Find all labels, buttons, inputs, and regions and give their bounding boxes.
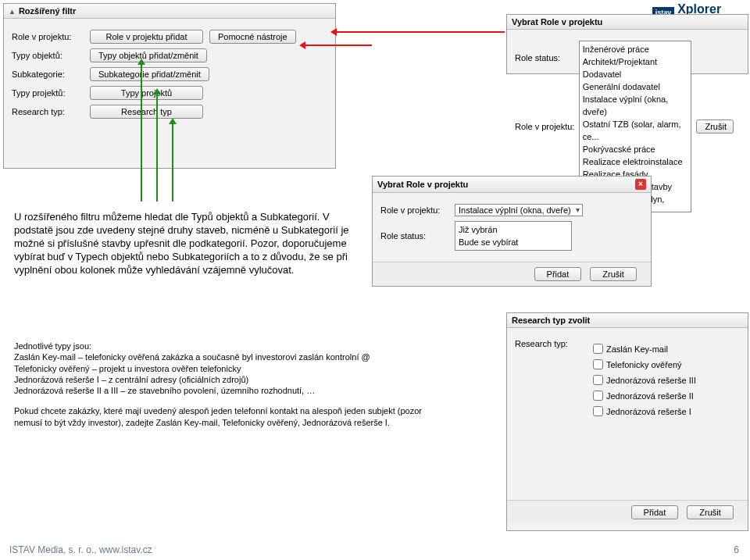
status-dropdown[interactable]: Již vybrán Bude se vybírat <box>455 221 572 251</box>
arrow-green <box>141 61 142 202</box>
label-role: Role v projektu: <box>12 32 90 41</box>
checkbox[interactable] <box>593 359 603 369</box>
cancel-button[interactable]: Zrušit <box>590 267 637 281</box>
research-type-panel: Research typ zvolit Research typ: Zaslán… <box>506 312 748 531</box>
cancel-button[interactable]: Zrušit <box>696 119 734 134</box>
text-line: Telefonicky ověřený – projekt u investor… <box>14 363 452 374</box>
label-status: Role status: <box>515 53 584 62</box>
arrow-red <box>302 45 372 46</box>
research-type-button[interactable]: Research typ <box>90 105 203 119</box>
description-text-1: U rozšířeného filtru můžeme hledat dle T… <box>14 211 358 276</box>
arrow-green <box>156 91 158 202</box>
row-projtypes: Typy projektů: Typy projektů <box>12 86 327 100</box>
list-item[interactable]: Již vybrán <box>459 223 568 236</box>
check-item[interactable]: Jednorázová rešerše I <box>590 404 709 419</box>
page-number: 6 <box>734 544 739 555</box>
panel-title: Research typ zvolit <box>512 316 590 325</box>
cancel-button[interactable]: Zrušit <box>687 505 734 519</box>
checkbox[interactable] <box>593 375 603 385</box>
add-role-button[interactable]: Role v projektu přidat <box>90 30 203 44</box>
role-select[interactable]: Instalace výplní (okna, dveře) <box>455 204 583 216</box>
footer-company: ISTAV Media, s. r. o., www.istav.cz <box>9 544 152 555</box>
label-status: Role status: <box>380 231 455 241</box>
label-research: Research typ: <box>12 107 90 116</box>
list-item[interactable]: Generální dodavatel <box>583 80 688 93</box>
check-label: Jednorázová rešerše II <box>606 390 694 402</box>
text-line: Zaslán Key-mail – telefonicky ověřená za… <box>14 351 452 362</box>
list-item[interactable]: Pokrývacské práce <box>583 143 688 155</box>
label-projtypes: Typy projektů: <box>12 88 90 98</box>
checkbox[interactable] <box>593 344 603 354</box>
list-item[interactable]: Instalace výplní (okna, dveře) <box>583 93 688 118</box>
check-label: Jednorázová rešerše I <box>606 405 691 418</box>
check-item[interactable]: Jednorázová rešerše III <box>590 373 709 387</box>
research-checklist: Zaslán Key-mail Telefonicky ověřený Jedn… <box>587 339 712 421</box>
checkbox[interactable] <box>593 406 603 416</box>
select-role-panel-list: Vybrat Role v projektu Role v projektu: … <box>506 14 748 74</box>
list-item[interactable]: Architekt/Projektant <box>583 55 688 68</box>
check-label: Jednorázová rešerše III <box>606 374 696 387</box>
panel-header[interactable]: Vybrat Role v projektu × <box>373 177 651 193</box>
panel-title: Vybrat Role v projektu <box>377 180 468 189</box>
check-label: Zaslán Key-mail <box>606 343 668 355</box>
label-research: Research typ: <box>515 339 587 348</box>
panel-header[interactable]: Vybrat Role v projektu <box>507 15 748 30</box>
project-types-button[interactable]: Typy projektů <box>90 86 203 100</box>
label-role: Role v projektu: <box>380 205 455 215</box>
row-role: Role v projektu: Role v projektu přidat … <box>12 30 327 44</box>
add-subcat-button[interactable]: Subkategorie přidat/změnit <box>90 67 209 81</box>
check-label: Telefonicky ověřený <box>606 358 682 371</box>
text-line: Jednorázová rešerše II a III – ze staveb… <box>14 385 452 396</box>
text-line: Jednorázová rešerše I – z centrální adre… <box>14 374 452 385</box>
text-line: Pokud chcete zakázky, které mají uvedený… <box>14 405 452 428</box>
add-object-types-button[interactable]: Typy objektů přidat/změnit <box>90 48 207 62</box>
list-item[interactable]: Dodavatel <box>583 68 688 80</box>
panel-header[interactable]: ▲Rozšířený filtr <box>4 4 335 19</box>
arrow-red <box>333 31 505 33</box>
label-subcat: Subkategorie: <box>12 70 90 79</box>
checkbox[interactable] <box>593 391 603 401</box>
collapse-icon[interactable]: ▲ <box>9 8 16 16</box>
panel-header[interactable]: Research typ zvolit <box>507 313 748 328</box>
check-item[interactable]: Jednorázová rešerše II <box>590 388 709 403</box>
arrow-green <box>172 120 173 202</box>
extended-filter-panel: ▲Rozšířený filtr Role v projektu: Role v… <box>3 3 336 169</box>
list-item[interactable]: Bude se vybírat <box>459 236 568 248</box>
list-item[interactable]: Ostatní TZB (solar, alarm, ce... <box>583 118 688 143</box>
panel-title: Rozšířený filtr <box>19 6 76 16</box>
select-role-panel-form: Vybrat Role v projektu × Role v projektu… <box>372 176 652 287</box>
panel-title: Vybrat Role v projektu <box>512 17 602 27</box>
list-item[interactable]: Realizace elektroinstalace <box>583 155 688 168</box>
check-item[interactable]: Zaslán Key-mail <box>590 341 709 356</box>
list-item[interactable]: Inženérové práce <box>583 43 688 55</box>
label-role: Role v projektu: <box>515 122 579 131</box>
close-icon[interactable]: × <box>635 179 646 190</box>
add-button[interactable]: Přidat <box>534 267 581 281</box>
add-button[interactable]: Přidat <box>631 505 678 519</box>
label-types: Typy objektů: <box>12 51 90 60</box>
row-types: Typy objektů: Typy objektů přidat/změnit <box>12 48 327 62</box>
row-subcat: Subkategorie: Subkategorie přidat/změnit <box>12 67 327 81</box>
check-item[interactable]: Telefonicky ověřený <box>590 357 709 372</box>
text-line: Jednotlivé typy jsou: <box>14 341 452 351</box>
description-text-2: Jednotlivé typy jsou: Zaslán Key-mail – … <box>14 341 452 428</box>
helper-tools-button[interactable]: Pomocné nástroje <box>209 30 296 44</box>
